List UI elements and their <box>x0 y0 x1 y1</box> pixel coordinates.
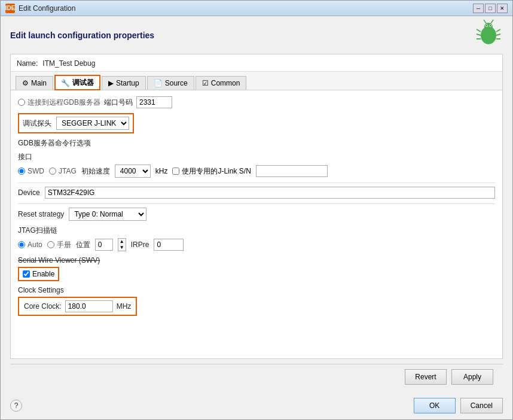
bug-icon <box>474 19 503 49</box>
config-name: ITM_Test Debug <box>42 59 95 68</box>
common-tab-label: Common <box>211 79 240 87</box>
action-buttons: Revert Apply <box>10 364 503 389</box>
debugger-probe-row: 调试探头 SEGGER J-LINK OpenOCD <box>18 113 134 133</box>
irpre-input[interactable] <box>154 239 184 251</box>
jtag-label: JTAG <box>59 167 77 175</box>
jtag-auto-radio[interactable] <box>18 241 25 248</box>
swd-radio[interactable] <box>18 168 25 175</box>
divider-2 <box>18 203 495 204</box>
jtag-pos-label: 位置 <box>76 240 90 250</box>
jtag-manual-radio[interactable] <box>47 241 54 248</box>
clock-label: Core Clock: <box>24 302 62 311</box>
tab-main[interactable]: ⚙ Main <box>16 76 53 90</box>
jtag-radio-label[interactable]: JTAG <box>49 167 77 175</box>
tabs-row: ⚙ Main 🔧 调试器 ▶ Startup 📄 Source ☑ Co <box>11 72 502 90</box>
debugger-probe-label: 调试探头 <box>23 118 51 129</box>
jtag-auto-text: Auto <box>28 241 42 249</box>
reset-select[interactable]: Type 0: Normal Type 1: Halt Type 2: Init <box>69 208 146 221</box>
reset-row: Reset strategy Type 0: Normal Type 1: Ha… <box>18 208 495 221</box>
sn-checkbox[interactable] <box>172 168 179 175</box>
swv-enable-row: Enable <box>18 267 59 281</box>
port-label: 端口号码 <box>104 98 133 108</box>
debugger-tab-icon: 🔧 <box>61 79 70 87</box>
device-input[interactable] <box>45 187 495 199</box>
title-bar-left: IDE Edit Configuration <box>5 4 75 13</box>
revert-button[interactable]: Revert <box>405 369 447 385</box>
minimize-button[interactable]: ─ <box>473 4 484 13</box>
panel-body: 连接到远程GDB服务器 端口号码 调试探头 SEGGER J-LINK Open… <box>11 90 502 358</box>
jtag-manual-text: 手册 <box>57 240 71 250</box>
close-button[interactable]: ✕ <box>497 4 508 13</box>
svg-line-12 <box>484 20 486 23</box>
header-row: Edit launch configuration properties <box>10 23 503 49</box>
interface-row: 接口 <box>18 152 495 162</box>
spinner-up[interactable]: ▲ <box>118 239 126 245</box>
startup-tab-label: Startup <box>116 79 139 87</box>
jtag-auto-label[interactable]: Auto <box>18 241 42 249</box>
window-controls: ─ □ ✕ <box>473 4 508 13</box>
jtag-section: JTAG扫描链 Auto 手册 位置 ▲ <box>18 226 495 251</box>
svg-point-5 <box>490 25 491 26</box>
jtag-radio[interactable] <box>49 168 56 175</box>
mhz-label: MHz <box>117 302 132 311</box>
tab-debugger[interactable]: 🔧 调试器 <box>54 75 100 90</box>
ok-button[interactable]: OK <box>414 398 456 413</box>
speed-select[interactable]: 4000 2000 1000 <box>115 165 151 178</box>
svg-line-9 <box>496 29 500 32</box>
svg-line-7 <box>477 34 481 35</box>
apply-button[interactable]: Apply <box>451 369 493 385</box>
main-content: Edit launch configuration properties <box>1 16 512 394</box>
swv-enable-checkbox[interactable] <box>23 270 30 278</box>
device-row: Device <box>18 187 495 199</box>
jtag-pos-spinner[interactable]: ▲ ▼ <box>118 238 126 251</box>
device-label: Device <box>18 188 40 197</box>
common-tab-icon: ☑ <box>202 79 209 87</box>
remote-gdb-row: 连接到远程GDB服务器 端口号码 <box>18 96 495 108</box>
jtag-pos-input[interactable] <box>95 239 113 251</box>
help-button[interactable]: ? <box>10 400 22 412</box>
jtag-manual-label[interactable]: 手册 <box>47 240 71 250</box>
tab-source[interactable]: 📄 Source <box>147 76 194 90</box>
remote-gdb-radio[interactable] <box>18 99 25 106</box>
swd-jtag-row: SWD JTAG 初始速度 4000 2000 1000 kHz <box>18 165 495 178</box>
swd-radio-label[interactable]: SWD <box>18 167 44 175</box>
tab-common[interactable]: ☑ Common <box>196 76 247 90</box>
speed-unit: kHz <box>155 167 168 175</box>
divider-1 <box>18 182 495 183</box>
interface-label: 接口 <box>18 152 32 162</box>
irpre-label: IRPre <box>131 241 149 249</box>
tab-startup[interactable]: ▶ Startup <box>102 76 146 90</box>
swv-title: Serial Wire Viewer (SWV) <box>18 256 495 264</box>
main-tab-icon: ⚙ <box>22 79 29 87</box>
swv-enable-label: Enable <box>32 270 54 278</box>
cancel-button[interactable]: Cancel <box>460 398 503 413</box>
footer-buttons: OK Cancel <box>414 398 503 413</box>
gdb-options-title: GDB服务器命令行选项 <box>18 138 495 148</box>
sn-checkbox-label[interactable]: 使用专用的J-Link S/N <box>172 166 251 176</box>
title-bar: IDE Edit Configuration ─ □ ✕ <box>1 1 512 16</box>
jtag-row: Auto 手册 位置 ▲ ▼ IRPre <box>18 238 495 251</box>
reset-label: Reset strategy <box>18 210 64 218</box>
startup-tab-icon: ▶ <box>108 79 114 87</box>
gdb-group: GDB服务器命令行选项 接口 SWD JTAG <box>18 138 495 178</box>
main-window: IDE Edit Configuration ─ □ ✕ Edit launch… <box>0 0 513 420</box>
svg-line-6 <box>477 29 481 32</box>
config-panel: Name: ITM_Test Debug ⚙ Main 🔧 调试器 ▶ Star… <box>10 54 503 359</box>
spinner-down[interactable]: ▼ <box>118 245 126 251</box>
port-input[interactable] <box>136 96 172 108</box>
remote-gdb-radio-label[interactable]: 连接到远程GDB服务器 <box>18 98 100 108</box>
maximize-button[interactable]: □ <box>485 4 496 13</box>
window-title: Edit Configuration <box>19 4 75 13</box>
debugger-probe-select[interactable]: SEGGER J-LINK OpenOCD <box>56 117 129 130</box>
debugger-tab-label: 调试器 <box>72 78 94 88</box>
svg-line-10 <box>496 34 500 35</box>
clock-input[interactable] <box>65 300 113 312</box>
ide-icon: IDE <box>5 4 15 13</box>
clock-section: Clock Settings Core Clock: MHz <box>18 286 495 316</box>
sn-input[interactable] <box>256 165 328 177</box>
main-tab-label: Main <box>31 79 47 87</box>
svg-point-1 <box>484 23 493 31</box>
source-tab-label: Source <box>165 79 188 87</box>
footer-row: ? OK Cancel <box>1 394 512 419</box>
remote-gdb-label: 连接到远程GDB服务器 <box>28 98 100 108</box>
